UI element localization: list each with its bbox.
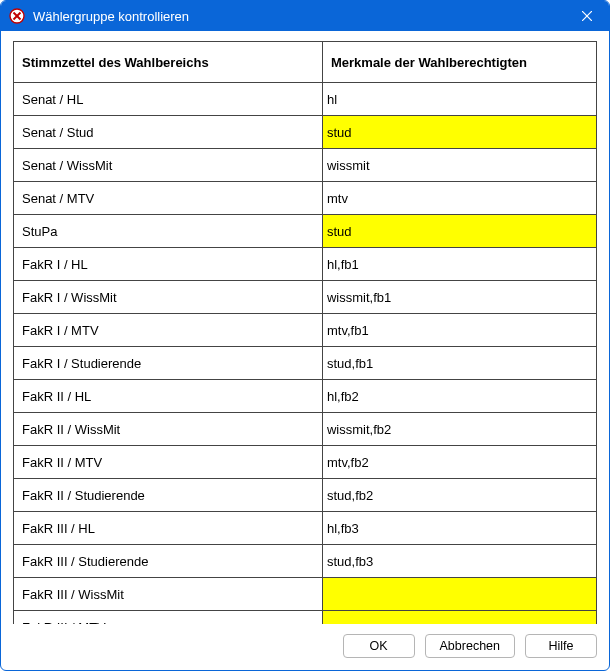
table-row[interactable]: FakR III / Studierendestud,fb3 xyxy=(14,545,597,578)
close-button[interactable] xyxy=(565,1,609,31)
col-header-merkmale: Merkmale der Wahlberechtigten xyxy=(322,42,596,83)
table-row[interactable]: StuPastud xyxy=(14,215,597,248)
cell-merkmale: mtv,fb1 xyxy=(322,314,596,347)
cell-stimmzettel: FakR I / WissMit xyxy=(14,281,323,314)
cell-stimmzettel: FakR II / HL xyxy=(14,380,323,413)
cancel-button[interactable]: Abbrechen xyxy=(425,634,515,658)
cell-stimmzettel: Senat / WissMit xyxy=(14,149,323,182)
table-row[interactable]: FakR I / WissMitwissmit,fb1 xyxy=(14,281,597,314)
table-row[interactable]: FakR I / Studierendestud,fb1 xyxy=(14,347,597,380)
cell-merkmale: mtv,fb2 xyxy=(322,446,596,479)
table-row[interactable]: FakR I / MTVmtv,fb1 xyxy=(14,314,597,347)
cell-merkmale xyxy=(322,578,596,611)
table-row[interactable]: Senat / MTVmtv xyxy=(14,182,597,215)
cell-stimmzettel: FakR III / HL xyxy=(14,512,323,545)
cell-merkmale: hl xyxy=(322,83,596,116)
cell-stimmzettel: Senat / HL xyxy=(14,83,323,116)
cell-merkmale: wissmit,fb2 xyxy=(322,413,596,446)
table-row[interactable]: FakR II / Studierendestud,fb2 xyxy=(14,479,597,512)
voter-group-table: Stimmzettel des Wahlbereichs Merkmale de… xyxy=(13,41,597,624)
cell-stimmzettel: FakR III / WissMit xyxy=(14,578,323,611)
help-button[interactable]: Hilfe xyxy=(525,634,597,658)
col-header-stimmzettel: Stimmzettel des Wahlbereichs xyxy=(14,42,323,83)
cell-merkmale: stud xyxy=(322,116,596,149)
cell-stimmzettel: Senat / MTV xyxy=(14,182,323,215)
cell-merkmale: wissmit,fb1 xyxy=(322,281,596,314)
cell-merkmale: mtv xyxy=(322,182,596,215)
titlebar: Wählergruppe kontrollieren xyxy=(1,1,609,31)
cell-stimmzettel: StuPa xyxy=(14,215,323,248)
cell-stimmzettel: FakR II / Studierende xyxy=(14,479,323,512)
cell-merkmale xyxy=(322,611,596,625)
window-title: Wählergruppe kontrollieren xyxy=(33,9,565,24)
cell-stimmzettel: FakR III / Studierende xyxy=(14,545,323,578)
cell-merkmale: hl,fb3 xyxy=(322,512,596,545)
cell-merkmale: stud,fb1 xyxy=(322,347,596,380)
table-row[interactable]: FakR III / MTV xyxy=(14,611,597,625)
table-row[interactable]: FakR III / HLhl,fb3 xyxy=(14,512,597,545)
dialog-window: Wählergruppe kontrollieren Stimmzettel d… xyxy=(0,0,610,671)
cell-merkmale: stud xyxy=(322,215,596,248)
cell-stimmzettel: FakR II / WissMit xyxy=(14,413,323,446)
cell-merkmale: hl,fb1 xyxy=(322,248,596,281)
ok-button[interactable]: OK xyxy=(343,634,415,658)
table-row[interactable]: Senat / Studstud xyxy=(14,116,597,149)
cell-stimmzettel: Senat / Stud xyxy=(14,116,323,149)
dialog-footer: OK Abbrechen Hilfe xyxy=(1,624,609,670)
cell-stimmzettel: FakR I / HL xyxy=(14,248,323,281)
table-row[interactable]: FakR I / HLhl,fb1 xyxy=(14,248,597,281)
table-row[interactable]: Senat / HLhl xyxy=(14,83,597,116)
cell-stimmzettel: FakR III / MTV xyxy=(14,611,323,625)
cell-merkmale: stud,fb3 xyxy=(322,545,596,578)
table-row[interactable]: FakR III / WissMit xyxy=(14,578,597,611)
cell-stimmzettel: FakR II / MTV xyxy=(14,446,323,479)
dialog-body: Stimmzettel des Wahlbereichs Merkmale de… xyxy=(1,31,609,624)
table-row[interactable]: FakR II / MTVmtv,fb2 xyxy=(14,446,597,479)
table-row[interactable]: FakR II / HLhl,fb2 xyxy=(14,380,597,413)
table-row[interactable]: FakR II / WissMitwissmit,fb2 xyxy=(14,413,597,446)
table-row[interactable]: Senat / WissMitwissmit xyxy=(14,149,597,182)
cell-merkmale: hl,fb2 xyxy=(322,380,596,413)
table-header-row: Stimmzettel des Wahlbereichs Merkmale de… xyxy=(14,42,597,83)
app-icon xyxy=(9,8,25,24)
cell-merkmale: stud,fb2 xyxy=(322,479,596,512)
cell-stimmzettel: FakR I / Studierende xyxy=(14,347,323,380)
cell-stimmzettel: FakR I / MTV xyxy=(14,314,323,347)
cell-merkmale: wissmit xyxy=(322,149,596,182)
